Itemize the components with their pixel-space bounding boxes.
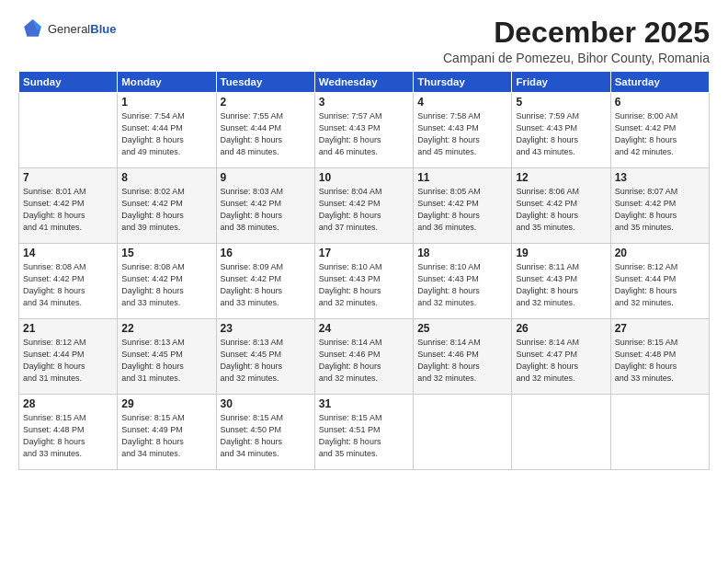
page: GeneralBlue December 2025 Campani de Pom…	[0, 0, 728, 563]
day-info: Sunrise: 8:15 AM Sunset: 4:49 PM Dayligh…	[121, 412, 211, 460]
day-info: Sunrise: 7:57 AM Sunset: 4:43 PM Dayligh…	[319, 110, 409, 158]
day-info: Sunrise: 8:06 AM Sunset: 4:42 PM Dayligh…	[516, 186, 606, 234]
day-number: 2	[221, 96, 311, 109]
logo: GeneralBlue	[18, 17, 116, 42]
day-number: 30	[221, 397, 311, 410]
day-number: 19	[516, 247, 606, 259]
weekday-header: Wednesday	[314, 72, 413, 93]
calendar-cell: 11Sunrise: 8:05 AM Sunset: 4:42 PM Dayli…	[414, 168, 512, 244]
calendar-cell: 17Sunrise: 8:10 AM Sunset: 4:43 PM Dayli…	[314, 244, 413, 319]
day-number: 23	[221, 322, 311, 335]
header: GeneralBlue December 2025 Campani de Pom…	[18, 17, 710, 65]
calendar-week-row: 1Sunrise: 7:54 AM Sunset: 4:44 PM Daylig…	[19, 93, 710, 168]
day-info: Sunrise: 8:04 AM Sunset: 4:42 PM Dayligh…	[319, 186, 409, 234]
day-info: Sunrise: 8:14 AM Sunset: 4:46 PM Dayligh…	[417, 337, 507, 385]
day-info: Sunrise: 7:58 AM Sunset: 4:43 PM Dayligh…	[417, 110, 507, 158]
day-number: 13	[615, 171, 705, 184]
day-info: Sunrise: 8:05 AM Sunset: 4:42 PM Dayligh…	[417, 186, 507, 234]
weekday-header: Sunday	[19, 72, 118, 93]
day-number: 18	[417, 247, 507, 259]
day-info: Sunrise: 8:10 AM Sunset: 4:43 PM Dayligh…	[319, 261, 409, 309]
day-info: Sunrise: 8:12 AM Sunset: 4:44 PM Dayligh…	[23, 337, 113, 385]
calendar-cell: 1Sunrise: 7:54 AM Sunset: 4:44 PM Daylig…	[118, 93, 216, 168]
day-number: 4	[417, 96, 507, 109]
day-info: Sunrise: 8:10 AM Sunset: 4:43 PM Dayligh…	[417, 261, 507, 309]
day-info: Sunrise: 8:02 AM Sunset: 4:42 PM Dayligh…	[121, 186, 211, 234]
day-info: Sunrise: 8:09 AM Sunset: 4:42 PM Dayligh…	[221, 261, 311, 309]
day-info: Sunrise: 8:15 AM Sunset: 4:48 PM Dayligh…	[23, 412, 113, 460]
location-title: Campani de Pomezeu, Bihor County, Romani…	[443, 51, 710, 65]
calendar-cell: 14Sunrise: 8:08 AM Sunset: 4:42 PM Dayli…	[19, 244, 118, 319]
day-info: Sunrise: 8:12 AM Sunset: 4:44 PM Dayligh…	[615, 261, 705, 309]
calendar-cell: 30Sunrise: 8:15 AM Sunset: 4:50 PM Dayli…	[216, 395, 314, 470]
day-number: 9	[221, 171, 311, 184]
calendar-cell: 29Sunrise: 8:15 AM Sunset: 4:49 PM Dayli…	[118, 395, 216, 470]
day-number: 31	[319, 397, 409, 410]
calendar-week-row: 14Sunrise: 8:08 AM Sunset: 4:42 PM Dayli…	[19, 244, 710, 319]
day-info: Sunrise: 8:14 AM Sunset: 4:47 PM Dayligh…	[516, 337, 606, 385]
calendar-cell: 12Sunrise: 8:06 AM Sunset: 4:42 PM Dayli…	[512, 168, 610, 244]
calendar-cell: 20Sunrise: 8:12 AM Sunset: 4:44 PM Dayli…	[610, 244, 709, 319]
day-info: Sunrise: 8:15 AM Sunset: 4:50 PM Dayligh…	[221, 412, 311, 460]
calendar-week-row: 28Sunrise: 8:15 AM Sunset: 4:48 PM Dayli…	[19, 395, 710, 470]
calendar-cell: 9Sunrise: 8:03 AM Sunset: 4:42 PM Daylig…	[216, 168, 314, 244]
calendar-cell: 10Sunrise: 8:04 AM Sunset: 4:42 PM Dayli…	[314, 168, 413, 244]
calendar-cell: 22Sunrise: 8:13 AM Sunset: 4:45 PM Dayli…	[118, 319, 216, 395]
day-number: 10	[319, 171, 409, 184]
day-info: Sunrise: 8:15 AM Sunset: 4:51 PM Dayligh…	[319, 412, 409, 460]
day-number: 28	[23, 397, 113, 410]
day-info: Sunrise: 8:13 AM Sunset: 4:45 PM Dayligh…	[121, 337, 211, 385]
calendar-cell: 6Sunrise: 8:00 AM Sunset: 4:42 PM Daylig…	[610, 93, 709, 168]
calendar-week-row: 21Sunrise: 8:12 AM Sunset: 4:44 PM Dayli…	[19, 319, 710, 395]
day-info: Sunrise: 8:14 AM Sunset: 4:46 PM Dayligh…	[319, 337, 409, 385]
day-info: Sunrise: 8:08 AM Sunset: 4:42 PM Dayligh…	[23, 261, 113, 309]
calendar-cell: 24Sunrise: 8:14 AM Sunset: 4:46 PM Dayli…	[314, 319, 413, 395]
logo-text: GeneralBlue	[48, 22, 116, 37]
logo-icon	[18, 17, 44, 42]
day-number: 1	[121, 96, 211, 109]
weekday-header-row: SundayMondayTuesdayWednesdayThursdayFrid…	[19, 72, 710, 93]
calendar-cell: 7Sunrise: 8:01 AM Sunset: 4:42 PM Daylig…	[19, 168, 118, 244]
day-number: 5	[516, 96, 606, 109]
day-number: 26	[516, 322, 606, 335]
calendar-cell: 26Sunrise: 8:14 AM Sunset: 4:47 PM Dayli…	[512, 319, 610, 395]
calendar-cell: 25Sunrise: 8:14 AM Sunset: 4:46 PM Dayli…	[414, 319, 512, 395]
calendar-cell: 2Sunrise: 7:55 AM Sunset: 4:44 PM Daylig…	[216, 93, 314, 168]
day-number: 21	[23, 322, 113, 335]
weekday-header: Thursday	[414, 72, 512, 93]
weekday-header: Saturday	[610, 72, 709, 93]
day-number: 3	[319, 96, 409, 109]
day-info: Sunrise: 8:07 AM Sunset: 4:42 PM Dayligh…	[615, 186, 705, 234]
calendar-cell: 23Sunrise: 8:13 AM Sunset: 4:45 PM Dayli…	[216, 319, 314, 395]
weekday-header: Monday	[118, 72, 216, 93]
day-number: 22	[121, 322, 211, 335]
day-info: Sunrise: 8:15 AM Sunset: 4:48 PM Dayligh…	[615, 337, 705, 385]
calendar-cell: 15Sunrise: 8:08 AM Sunset: 4:42 PM Dayli…	[118, 244, 216, 319]
calendar-cell	[610, 395, 709, 470]
day-number: 27	[615, 322, 705, 335]
day-number: 12	[516, 171, 606, 184]
calendar-cell: 4Sunrise: 7:58 AM Sunset: 4:43 PM Daylig…	[414, 93, 512, 168]
calendar-cell: 18Sunrise: 8:10 AM Sunset: 4:43 PM Dayli…	[414, 244, 512, 319]
day-info: Sunrise: 8:08 AM Sunset: 4:42 PM Dayligh…	[121, 261, 211, 309]
day-number: 15	[121, 247, 211, 259]
day-number: 8	[121, 171, 211, 184]
calendar-cell	[19, 93, 118, 168]
calendar-cell: 16Sunrise: 8:09 AM Sunset: 4:42 PM Dayli…	[216, 244, 314, 319]
calendar-cell: 3Sunrise: 7:57 AM Sunset: 4:43 PM Daylig…	[314, 93, 413, 168]
day-info: Sunrise: 7:55 AM Sunset: 4:44 PM Dayligh…	[221, 110, 311, 158]
calendar-cell: 27Sunrise: 8:15 AM Sunset: 4:48 PM Dayli…	[610, 319, 709, 395]
day-number: 20	[615, 247, 705, 259]
calendar-cell: 19Sunrise: 8:11 AM Sunset: 4:43 PM Dayli…	[512, 244, 610, 319]
day-number: 25	[417, 322, 507, 335]
logo-blue: Blue	[90, 22, 116, 36]
calendar-cell: 28Sunrise: 8:15 AM Sunset: 4:48 PM Dayli…	[19, 395, 118, 470]
day-info: Sunrise: 8:00 AM Sunset: 4:42 PM Dayligh…	[615, 110, 705, 158]
day-number: 6	[615, 96, 705, 109]
calendar-cell: 13Sunrise: 8:07 AM Sunset: 4:42 PM Dayli…	[610, 168, 709, 244]
weekday-header: Tuesday	[216, 72, 314, 93]
logo-general: General	[48, 22, 90, 36]
day-number: 14	[23, 247, 113, 259]
day-info: Sunrise: 7:59 AM Sunset: 4:43 PM Dayligh…	[516, 110, 606, 158]
day-number: 11	[417, 171, 507, 184]
